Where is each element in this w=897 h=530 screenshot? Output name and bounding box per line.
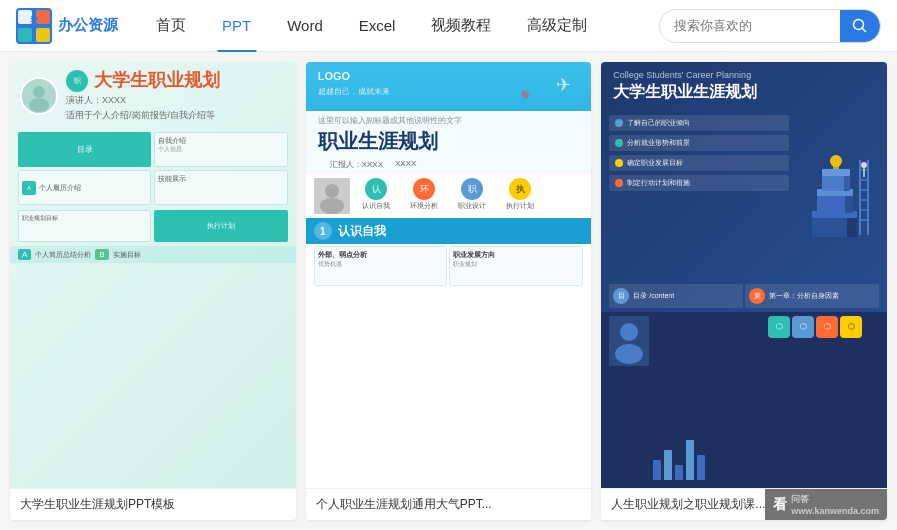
card-1-thumb: 职 大学生职业规划 演讲人：XXXX 适用于个人介绍/岗前报告/自我介绍等 目录… [10,62,296,488]
slide-6: 执行计划 [154,210,287,242]
card-2-blue-slide: 1 认识自我 [306,218,592,244]
svg-rect-2 [36,10,50,24]
card-3-person-photo [609,316,649,366]
mini-slide-2: 职业发展方向 职业规划 [449,246,583,286]
svg-point-10 [29,98,49,112]
bar-5 [697,455,705,480]
card-1-footer: 大学生职业生涯规划PPT模板 [10,488,296,520]
card-1-title-block: 职 大学生职业规划 演讲人：XXXX 适用于个人介绍/岗前报告/自我介绍等 [66,70,220,122]
hex-3: ⬡ [816,316,838,338]
logo-area[interactable]: 办 办公资源 [16,8,118,44]
svg-point-23 [830,155,842,167]
card-2-icons-row: 认 认识自我 环 环境分析 职 职业设计 执 执行计划 [354,178,584,214]
search-button[interactable] [840,9,880,43]
watermark: 看 问答www.kanwenda.com [765,489,887,520]
card-3-title-cn: 大学生职业生涯规划 [613,82,875,103]
icon-block-3: 职 职业设计 [450,178,495,214]
card-3-sub-slides: 目 目录 /content 第 第一章：分析自身因素 [601,280,887,312]
header: 办 办公资源 首页 PPT Word Excel 视频教程 高级定制 [0,0,897,52]
svg-rect-15 [847,215,857,237]
step-2: 分析就业形势和前景 [609,135,789,151]
card-2-subtitle-text: 这里可以输入副标题或其他说明性的文字 [318,115,580,126]
card-2-reporter1: 汇报人：XXXX [330,159,383,170]
nav-video[interactable]: 视频教程 [413,0,509,52]
slide-1: 目录 [18,132,151,167]
card-2-main-title: 职业生涯规划 [318,126,580,157]
svg-point-6 [854,19,864,29]
card-3-sub1: 目 目录 /content [609,284,743,308]
card-1-bottom-text2: 实施目标 [113,250,141,260]
card-3-title-en: College Students' Career Planning [613,70,875,80]
bar-4 [686,440,694,480]
svg-point-36 [620,323,638,341]
card-3-thumb: College Students' Career Planning 大学生职业生… [601,62,887,488]
card-1[interactable]: 职 大学生职业规划 演讲人：XXXX 适用于个人介绍/岗前报告/自我介绍等 目录… [10,62,296,520]
circle-icon-3: 职 [461,178,483,200]
card-2-reporter2: XXXX [395,159,416,170]
card-1-slides-row2: 职业规划目标 执行计划 [10,208,296,246]
card-2-slide-title: 认识自我 [338,223,386,240]
nav-home[interactable]: 首页 [138,0,204,52]
icon-label-1: 认识自我 [362,201,390,211]
icon-block-4: 执 执行计划 [498,178,543,214]
nav-ppt[interactable]: PPT [204,0,269,52]
decoration-plane: ✈ [556,74,571,96]
hex-1: ⬡ [768,316,790,338]
nav-word[interactable]: Word [269,0,341,52]
mini-slide-1: 外部、弱点分析 优势机遇 [314,246,448,286]
circle-icon-1: 认 [365,178,387,200]
card-3-bars [653,316,764,485]
logo-text: 办公资源 [58,16,118,35]
bar-2 [664,450,672,480]
card-2-top: LOGO 超越自己，成就未来 ✈ 🎈 [306,62,592,111]
nav-excel[interactable]: Excel [341,0,414,52]
svg-rect-24 [833,166,839,169]
search-input[interactable] [660,18,840,33]
card-1-presenter: 演讲人：XXXX [66,94,220,107]
card-3[interactable]: College Students' Career Planning 大学生职业生… [601,62,887,520]
svg-rect-4 [36,28,50,42]
svg-point-9 [33,86,45,98]
step-1: 了解自己的职业倾向 [609,115,789,131]
card-grid: 职 大学生职业规划 演讲人：XXXX 适用于个人介绍/岗前报告/自我介绍等 目录… [0,52,897,530]
card-2-mini-slides: 外部、弱点分析 优势机遇 职业发展方向 职业规划 [306,244,592,488]
card-3-bottom-row: ⬡ ⬡ ⬡ ⬡ [601,312,887,489]
slide-2: 自我介绍 个人信息 [154,132,287,167]
svg-rect-22 [822,169,850,176]
svg-text:办: 办 [29,14,39,23]
card-2-subtitle-box: 这里可以输入副标题或其他说明性的文字 职业生涯规划 汇报人：XXXX XXXX [306,111,592,174]
icon-block-1: 认 认识自我 [354,178,399,214]
hex-4: ⬡ [840,316,862,338]
search-icon [852,18,868,34]
svg-rect-3 [18,28,32,42]
card-2-thumb: LOGO 超越自己，成就未来 ✈ 🎈 这里可以输入副标题或其他说明性的文字 职业… [306,62,592,488]
step-4: 制定行动计划和措施 [609,175,789,191]
slide-5: 职业规划目标 [18,210,151,242]
icon-label-4: 执行计划 [506,201,534,211]
icon-block-2: 环 环境分析 [402,178,447,214]
sub1-icon: 目 [613,288,629,304]
card-1-tag-a: A [18,249,31,260]
card-1-top: 职 大学生职业规划 演讲人：XXXX 适用于个人介绍/岗前报告/自我介绍等 [10,62,296,130]
card-1-subtitle: 适用于个人介绍/岗前报告/自我介绍等 [66,109,220,122]
card-3-body: 了解自己的职业倾向 分析就业形势和前景 确定职业发展目标 制定行动计划和措施 [601,111,887,280]
card-1-bottom: A 个人简历总结分析 B 实施目标 [10,246,296,263]
card-3-steps: 了解自己的职业倾向 分析就业形势和前景 确定职业发展目标 制定行动计划和措施 [601,111,797,280]
decoration-balloon: 🎈 [519,90,531,101]
card-2[interactable]: LOGO 超越自己，成就未来 ✈ 🎈 这里可以输入副标题或其他说明性的文字 职业… [306,62,592,520]
card-2-footer: 个人职业生涯规划通用大气PPT... [306,488,592,520]
svg-point-12 [325,184,339,198]
card-1-main-title: 大学生职业规划 [94,70,220,92]
card-3-sub2: 第 第一章：分析自身因素 [745,284,879,308]
card-2-slide-num: 1 [314,222,332,240]
card-1-bottom-text: 个人简历总结分析 [35,250,91,260]
card-2-profile-section: 认 认识自我 环 环境分析 职 职业设计 执 执行计划 [306,174,592,218]
sub2-icon: 第 [749,288,765,304]
nav-custom[interactable]: 高级定制 [509,0,605,52]
circle-icon-4: 执 [509,178,531,200]
svg-rect-14 [812,215,847,237]
icon-label-3: 职业设计 [458,201,486,211]
svg-point-13 [320,198,344,214]
card-3-3d-blocks [797,111,887,280]
svg-point-37 [615,344,643,364]
